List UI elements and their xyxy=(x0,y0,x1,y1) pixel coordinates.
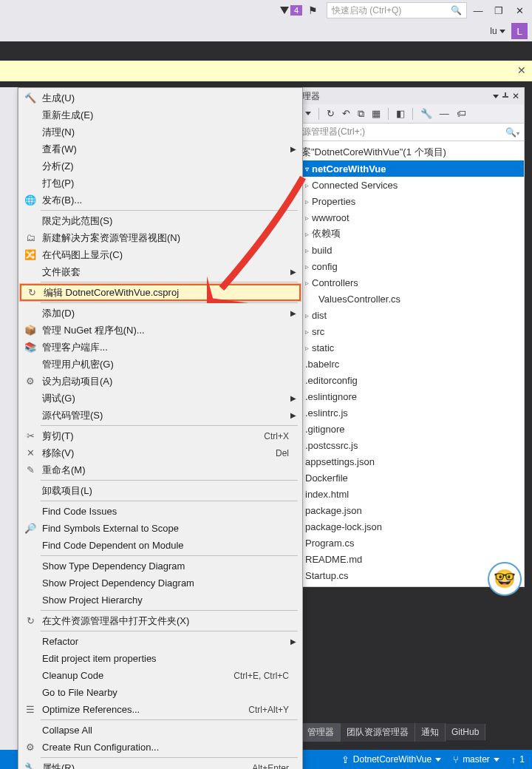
menu-item[interactable]: Find Code Issues xyxy=(20,503,301,520)
tree-item[interactable]: ▹wwwroot xyxy=(289,209,524,226)
menu-item[interactable]: Go to File Nearby xyxy=(20,684,301,701)
tree-item[interactable]: package.json xyxy=(289,502,524,518)
quick-launch-input[interactable]: 快速启动 (Ctrl+Q) 🔍 xyxy=(327,2,467,18)
menu-item[interactable]: 🌐发布(B)... xyxy=(20,192,301,209)
wrench-icon[interactable]: 🔧 xyxy=(420,108,432,119)
tree-item[interactable]: appsettings.json xyxy=(289,453,524,470)
home-dd[interactable] xyxy=(305,112,311,115)
menu-item[interactable]: Cleanup CodeCtrl+E, Ctrl+C xyxy=(20,667,301,684)
tree-item[interactable]: .postcssrc.js xyxy=(289,437,524,453)
submenu-arrow-icon: ▶ xyxy=(290,637,296,646)
tree-item[interactable]: ▹build xyxy=(289,242,524,258)
tree-item[interactable]: ValuesController.cs xyxy=(289,291,524,307)
showall-icon[interactable]: ▦ xyxy=(372,108,381,119)
status-branch[interactable]: ⑂ master xyxy=(453,754,499,765)
left-chrome-strip xyxy=(0,87,18,750)
bottom-tab-strip: 管理器团队资源管理器通知GitHub xyxy=(301,723,485,741)
menu-item[interactable]: ⚙Create Run Configuration... xyxy=(20,739,301,756)
tree-item[interactable]: README.md xyxy=(289,551,524,567)
tree-item[interactable]: Program.cs xyxy=(289,535,524,551)
menu-item[interactable]: 📚管理客户端库... xyxy=(20,339,301,356)
tree-item[interactable]: .editorconfig xyxy=(289,372,524,388)
menu-label: 在代码图上显示(C) xyxy=(41,248,301,262)
menu-item[interactable]: 📦管理 NuGet 程序包(N)... xyxy=(20,322,301,339)
restore-button[interactable]: ❐ xyxy=(489,1,508,20)
tree-item[interactable]: ▹src xyxy=(289,323,524,339)
panel-search[interactable]: 资源管理器(Ctrl+;) 🔍▾ xyxy=(289,123,524,141)
menu-item[interactable]: 分析(Z) xyxy=(20,157,301,175)
menu-label: 属性(R) xyxy=(41,762,252,770)
panel-dropdown-icon[interactable] xyxy=(493,95,499,98)
tree-item[interactable]: ▹Connected Services xyxy=(289,177,524,193)
menu-item[interactable]: ↻在文件资源管理器中打开文件夹(X) xyxy=(20,612,301,629)
menu-item[interactable]: 添加(D)▶ xyxy=(20,305,301,322)
notification-close-icon[interactable]: ✕ xyxy=(517,64,526,76)
sync-icon[interactable]: ↻ xyxy=(327,108,335,119)
tree-item[interactable]: ▹依赖项 xyxy=(289,226,524,242)
hier-icon[interactable]: 🏷 xyxy=(457,108,466,119)
menu-item[interactable]: ↻编辑 DotnetCoreWithVue.csproj xyxy=(20,284,301,301)
tree-item[interactable]: ▹config xyxy=(289,258,524,274)
assistant-avatar[interactable]: 🤓 xyxy=(488,562,522,596)
menu-item[interactable]: 文件嵌套▶ xyxy=(20,263,301,280)
project-node[interactable]: ▿netCoreWithVue xyxy=(289,160,524,177)
tree-item[interactable]: .gitignore xyxy=(289,421,524,437)
menu-item[interactable]: Refactor▶ xyxy=(20,633,301,650)
status-sync[interactable]: ↑ 1 xyxy=(511,754,525,765)
tree-item[interactable]: ▹Controllers xyxy=(289,274,524,291)
menu-item[interactable]: 限定为此范围(S) xyxy=(20,212,301,229)
track-icon[interactable]: ◧ xyxy=(396,108,405,119)
bottom-tab[interactable]: GitHub xyxy=(446,724,485,740)
menu-item[interactable]: ☰Optimize References...Ctrl+Alt+Y xyxy=(20,701,301,718)
tree-item[interactable]: index.html xyxy=(289,486,524,502)
menu-item[interactable]: 打包(P) xyxy=(20,175,301,192)
menu-item[interactable]: Collapse All xyxy=(20,722,301,739)
minimize-button[interactable]: ― xyxy=(468,1,488,20)
menu-item[interactable]: 源代码管理(S)▶ xyxy=(20,407,301,424)
user-avatar[interactable]: L xyxy=(511,23,528,39)
panel-close-icon[interactable]: ✕ xyxy=(512,91,519,101)
menu-item[interactable]: Show Type Dependency Diagram xyxy=(20,558,301,575)
tree-item[interactable]: ▹static xyxy=(289,339,524,356)
tree-item[interactable]: .eslintrc.js xyxy=(289,404,524,421)
menu-item[interactable]: ⚙设为启动项目(A) xyxy=(20,373,301,390)
tree-item[interactable]: Dockerfile xyxy=(289,470,524,486)
menu-item[interactable]: 管理用户机密(G) xyxy=(20,356,301,373)
menu-item[interactable]: Show Project Dependency Diagram xyxy=(20,575,301,592)
menu-item[interactable]: 查看(W)▶ xyxy=(20,140,301,157)
menu-item[interactable]: Edit project item properties xyxy=(20,650,301,667)
tree-item[interactable]: ▹Properties xyxy=(289,193,524,209)
menu-item[interactable]: Show Project Hierarchy xyxy=(20,592,301,609)
menu-item[interactable]: 🔨生成(U) xyxy=(20,89,301,106)
back-icon[interactable]: ↶ xyxy=(342,108,350,119)
tree-item[interactable]: ▹dist xyxy=(289,307,524,323)
upload-icon: ⇪ xyxy=(341,754,349,765)
menu-item[interactable]: ✂剪切(T)Ctrl+X xyxy=(20,427,301,444)
solution-node[interactable]: ▿案"DotnetCoreWithVue"(1 个项目) xyxy=(289,144,524,160)
menu-item[interactable]: 重新生成(E) xyxy=(20,106,301,123)
menu-item[interactable]: 调试(G)▶ xyxy=(20,390,301,407)
bottom-tab[interactable]: 通知 xyxy=(415,723,446,742)
copy-icon[interactable]: ⧉ xyxy=(358,108,364,120)
close-button[interactable]: ✕ xyxy=(510,1,529,20)
funnel-icon xyxy=(280,7,289,14)
flag-icon[interactable]: ⚑ xyxy=(308,4,318,16)
menu-item[interactable]: 卸载项目(L) xyxy=(20,482,301,499)
filter-notification[interactable]: 4 xyxy=(280,5,302,16)
menu-item[interactable]: 🔎Find Symbols External to Scope xyxy=(20,520,301,537)
menu-item[interactable]: 清理(N) xyxy=(20,123,301,140)
menu-item[interactable]: 🔧属性(R)Alt+Enter xyxy=(20,759,301,769)
tree-item[interactable]: .babelrc xyxy=(289,356,524,372)
menu-item[interactable]: 🗂新建解决方案资源管理器视图(N) xyxy=(20,229,301,246)
bottom-tab[interactable]: 团队资源管理器 xyxy=(341,723,415,742)
collapse-icon[interactable]: — xyxy=(440,108,449,119)
tree-item[interactable]: package-lock.json xyxy=(289,518,524,535)
pin-icon[interactable] xyxy=(502,92,509,100)
status-project[interactable]: ⇪ DotnetCoreWithVue xyxy=(341,754,441,765)
bottom-tab[interactable]: 管理器 xyxy=(301,723,341,742)
tree-item[interactable]: .eslintignore xyxy=(289,388,524,404)
menu-item[interactable]: 🔀在代码图上显示(C) xyxy=(20,246,301,263)
menu-item[interactable]: ✎重命名(M) xyxy=(20,461,301,478)
menu-item[interactable]: Find Code Dependent on Module xyxy=(20,537,301,554)
menu-item[interactable]: ✕移除(V)Del xyxy=(20,444,301,461)
